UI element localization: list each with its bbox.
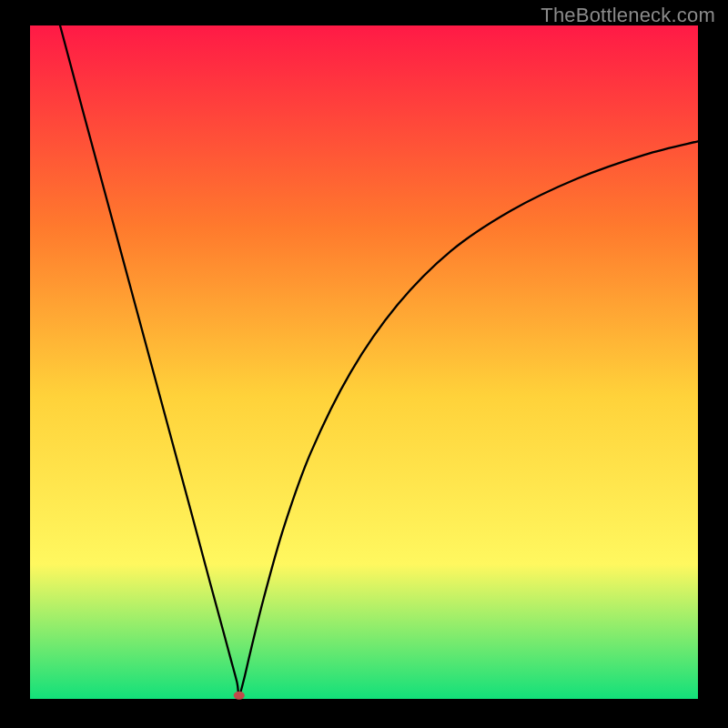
plot-area	[30, 25, 698, 699]
watermark-text: TheBottleneck.com	[541, 4, 715, 27]
chart-container: TheBottleneck.com	[0, 0, 728, 728]
minimum-marker	[234, 692, 245, 700]
bottleneck-chart	[0, 0, 728, 728]
